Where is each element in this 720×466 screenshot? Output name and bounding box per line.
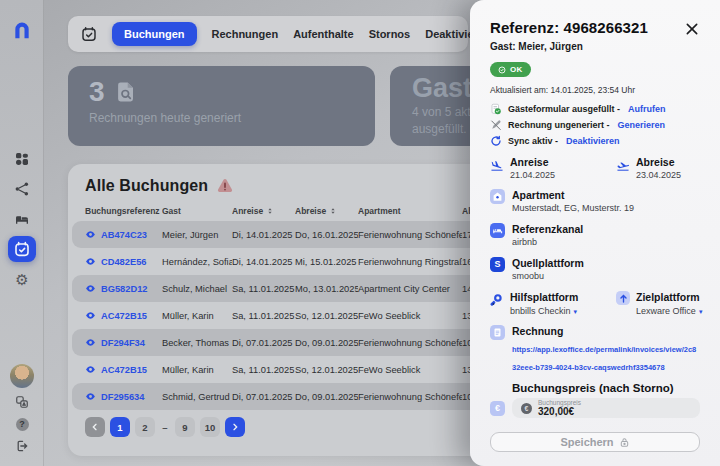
eye-icon[interactable] <box>85 256 96 267</box>
calendar-check-icon[interactable] <box>81 26 97 42</box>
save-button[interactable]: Speichern <box>490 432 700 452</box>
link-aufrufen[interactable]: Aufrufen <box>628 104 666 114</box>
arrival-date: Sa, 11.01.2025 <box>232 284 295 294</box>
brand-logo <box>12 20 32 40</box>
departure-date: Do, 09.01.2025 <box>295 392 358 402</box>
stat-card-invoices: 3 Rechnungen heute generiert <box>68 66 375 146</box>
sync-icon <box>490 135 502 147</box>
guest-name: Müller, Karin <box>162 365 232 375</box>
sidebar-nav: ⚙ <box>8 146 36 292</box>
plane-arrival-icon <box>490 158 504 172</box>
page-button[interactable]: 10 <box>200 417 220 437</box>
eye-icon[interactable] <box>85 364 96 375</box>
chevron-down-icon: ▾ <box>699 308 703 315</box>
status-badge: OK <box>490 62 531 77</box>
bed-icon <box>14 211 30 227</box>
booking-ref: AB474C23 <box>101 230 147 240</box>
target-platform-select[interactable]: Lexware Office▾ <box>636 305 702 318</box>
arrival-date: Di, 07.01.2025 <box>232 392 295 402</box>
apartment-name: Apartment City Center <box>358 284 462 294</box>
sidebar-item-apartments[interactable] <box>8 206 36 232</box>
dashboard-icon <box>14 151 30 167</box>
next-page-button[interactable] <box>225 417 245 437</box>
apartment-name: Ferienwohnung Schönefeld <box>358 230 462 240</box>
arrival-date: Sa, 11.01.2025 <box>232 311 295 321</box>
booking-ref: DF294F34 <box>101 338 145 348</box>
booking-ref-cell: BG582D12 <box>85 283 162 294</box>
eye-icon[interactable] <box>85 283 96 294</box>
helper-platform-select[interactable]: bnbills Checkin▾ <box>510 305 578 318</box>
guest-name: Meier, Jürgen <box>162 230 232 240</box>
sidebar-footer: ? <box>10 364 34 454</box>
avatar[interactable] <box>10 364 34 388</box>
calendar-check-icon <box>14 241 30 257</box>
eye-icon[interactable] <box>85 337 96 348</box>
panel-title: Referenz: 4968266321 <box>490 19 648 36</box>
sidebar-item-channels[interactable] <box>8 176 36 202</box>
guest-form-check-icon <box>490 103 502 115</box>
chevron-right-icon <box>231 423 239 431</box>
column-ref: Buchungsreferenz <box>85 206 162 216</box>
warning-icon <box>216 177 234 195</box>
apartment-name: FeWo Seeblick <box>358 365 462 375</box>
status-list: Gästeformular ausgefüllt - Aufrufen Rech… <box>490 103 700 147</box>
logout-icon[interactable] <box>14 438 30 454</box>
booking-ref: AC472B15 <box>101 311 147 321</box>
close-icon[interactable] <box>684 21 700 37</box>
sort-icon[interactable] <box>266 207 274 215</box>
prev-page-button[interactable] <box>85 417 105 437</box>
euro-icon: € <box>490 401 505 416</box>
smoobu-icon: S <box>490 257 505 272</box>
eye-icon[interactable] <box>85 229 96 240</box>
eye-icon[interactable] <box>85 310 96 321</box>
link-deaktivieren[interactable]: Deaktivieren <box>566 136 620 146</box>
apartment-name: FeWo Seeblick <box>358 311 462 321</box>
sidebar-item-dashboard[interactable] <box>8 146 36 172</box>
ref-channel-row: Referenzkanal airbnb <box>490 223 700 249</box>
departure-date: Mo, 13.01.2025 <box>295 284 358 294</box>
apartment-name: Ferienwohnung Ringstraße <box>358 257 462 267</box>
tab-rechnungen[interactable]: Rechnungen <box>212 28 279 40</box>
panel-guest: Gast: Meier, Jürgen <box>490 41 700 52</box>
column-arrival: Anreise <box>232 206 295 216</box>
page-button[interactable]: 9 <box>175 417 195 437</box>
page-button[interactable]: 2 <box>135 417 155 437</box>
link-generieren[interactable]: Generieren <box>618 120 666 130</box>
pen-slash-icon <box>490 119 502 131</box>
booking-ref: BG582D12 <box>101 284 148 294</box>
arrow-up-icon <box>616 291 630 305</box>
booking-ref-cell: AB474C23 <box>85 229 162 240</box>
sort-icon[interactable] <box>329 207 337 215</box>
sidebar-item-bookings[interactable] <box>8 236 36 262</box>
booking-ref: AC472B15 <box>101 365 147 375</box>
updated-at: Aktualisiert am: 14.01.2025, 23:54 Uhr <box>490 85 700 95</box>
eye-icon[interactable] <box>85 391 96 402</box>
tab-stornos[interactable]: Stornos <box>369 28 411 40</box>
price-block: Buchungspreis (nach Storno) € € Buchungs… <box>490 382 700 418</box>
help-icon[interactable]: ? <box>14 416 30 432</box>
booking-ref-cell: AC472B15 <box>85 310 162 321</box>
travel-dates: Anreise 21.04.2025 Abreise 23.04.2025 <box>490 156 700 182</box>
booking-ref: CD482E56 <box>101 257 146 267</box>
guest-name: Becker, Thomas <box>162 338 232 348</box>
departure-date: So, 12.01.2025 <box>295 365 358 375</box>
invoice-doc-icon <box>490 325 505 340</box>
guest-name: Schulz, Michael <box>162 284 232 294</box>
price-field-label: Buchungspreis <box>538 399 581 406</box>
invoice-link[interactable]: https://app.lexoffice.de/permalink/invoi… <box>512 345 696 372</box>
page-ellipsis: – <box>160 417 170 437</box>
tab-aufenthalte[interactable]: Aufenthalte <box>293 28 354 40</box>
departure-date: Do, 16.01.2025 <box>295 230 358 240</box>
departure-label: Abreise <box>636 156 681 169</box>
sidebar-item-settings[interactable]: ⚙ <box>8 266 36 292</box>
platform-selects: Hilfsplattform bnbills Checkin▾ Zielplat… <box>490 291 700 317</box>
booking-ref-cell: DF294F34 <box>85 337 162 348</box>
stat-value: 3 <box>89 77 105 108</box>
app-screen: ⚙ ? Buchungen Rechnungen Aufenthalte Sto <box>0 0 720 466</box>
language-icon[interactable] <box>14 394 30 410</box>
price-field[interactable]: € Buchungspreis 320,00€ <box>512 398 700 418</box>
tab-buchungen[interactable]: Buchungen <box>112 22 197 46</box>
page-button[interactable]: 1 <box>110 417 130 437</box>
coin-icon: € <box>521 403 532 414</box>
column-guest: Gast <box>162 206 232 216</box>
